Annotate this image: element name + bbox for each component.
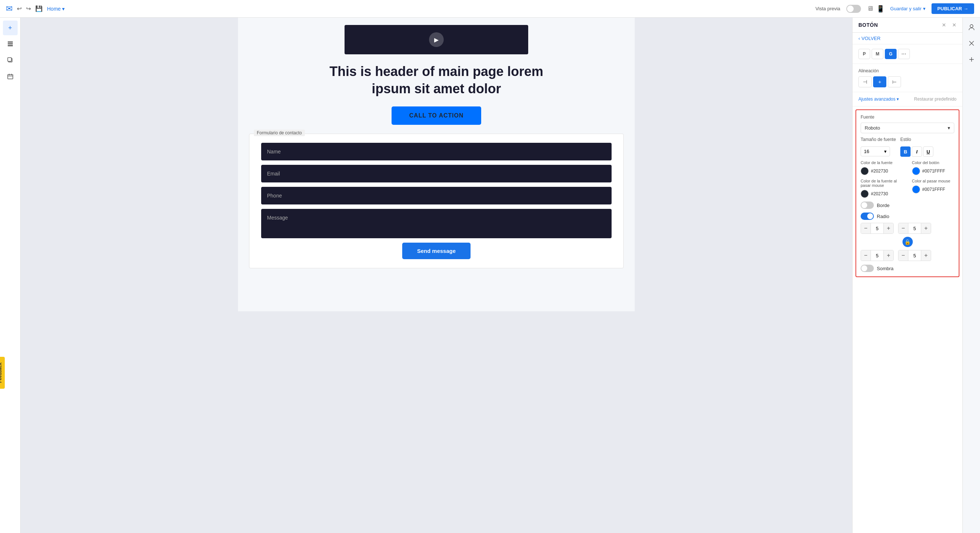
save-icon[interactable]: 💾 (35, 5, 43, 12)
style-buttons: B I U (900, 146, 933, 157)
video-section: ▶ (238, 17, 635, 54)
stepper-2-minus[interactable]: − (899, 223, 908, 234)
font-color-swatch-row: #202730 (861, 167, 903, 175)
back-chevron-icon: ‹ (858, 36, 860, 41)
size-tab-p[interactable]: P (858, 49, 870, 59)
send-btn-container: Send message (261, 243, 612, 259)
far-user-icon[interactable] (965, 21, 978, 34)
far-close-icon[interactable] (965, 37, 978, 50)
stepper-4-value: 5 (908, 250, 921, 261)
home-dropdown[interactable]: Home ▾ (47, 6, 65, 12)
vista-previa-toggle[interactable] (846, 5, 861, 13)
play-icon: ▶ (429, 32, 444, 47)
font-color-label: Color de la fuente (861, 160, 903, 165)
home-chevron-icon: ▾ (62, 6, 65, 12)
publicar-button[interactable]: PUBLICAR → (932, 3, 974, 14)
button-hover-swatch[interactable] (912, 186, 920, 194)
font-select[interactable]: Roboto ▾ (861, 122, 954, 133)
cta-container: CALL TO ACTION (238, 103, 635, 133)
header-text: This is header of main page lorem ipsum … (238, 54, 635, 103)
alignment-label: Alineación (858, 68, 956, 73)
button-color-swatch[interactable] (912, 167, 920, 175)
stepper-2: − 5 + (898, 223, 931, 234)
video-placeholder[interactable]: ▶ (345, 25, 528, 54)
panel-pin-icon[interactable]: ✕ (942, 22, 946, 28)
stepper-row-2: − 5 + − 5 + (861, 250, 954, 261)
send-button[interactable]: Send message (402, 243, 470, 259)
size-tab-m[interactable]: M (872, 49, 883, 59)
borde-toggle-row: Borde (861, 201, 954, 209)
stepper-row-1: − 5 + − 5 + (861, 223, 954, 234)
back-label: VOLVER (861, 36, 880, 41)
underline-button[interactable]: U (923, 146, 933, 157)
desktop-icon[interactable]: 🖥 (867, 5, 873, 13)
font-hover-swatch[interactable] (861, 190, 869, 198)
size-tabs: P M G ··· (858, 49, 956, 59)
panel-close-icon[interactable]: ✕ (952, 22, 956, 28)
sidebar-layers-button[interactable] (3, 37, 18, 51)
size-tab-g[interactable]: G (885, 49, 897, 59)
bold-button[interactable]: B (900, 146, 911, 157)
left-sidebar: + (0, 17, 21, 533)
message-field[interactable]: Message (261, 209, 612, 238)
borde-toggle[interactable] (861, 201, 874, 209)
borde-label: Borde (877, 203, 889, 208)
far-add-icon[interactable] (965, 53, 978, 66)
redo-icon[interactable]: ↪ (26, 5, 31, 12)
size-chevron-icon: ▾ (884, 149, 887, 154)
sidebar-add-button[interactable]: + (3, 21, 18, 35)
svg-rect-4 (8, 58, 11, 61)
restore-link[interactable]: Restaurar predefinido (914, 97, 956, 102)
panel-header-icons: ✕ ✕ (942, 22, 956, 28)
mobile-icon[interactable]: 📱 (877, 5, 885, 13)
far-right-panel (963, 17, 980, 533)
sombra-toggle[interactable] (861, 265, 874, 272)
phone-field[interactable]: Phone (261, 187, 612, 205)
device-icons: 🖥 📱 (867, 5, 885, 13)
align-right-button[interactable]: ⊢ (888, 76, 901, 87)
font-size-select[interactable]: 16 ▾ (861, 146, 890, 156)
sidebar-calendar-button[interactable] (3, 69, 18, 84)
sombra-label: Sombra (877, 266, 894, 271)
stepper-3-plus[interactable]: + (884, 250, 893, 261)
cta-button[interactable]: CALL TO ACTION (391, 106, 481, 125)
size-tab-more[interactable]: ··· (898, 49, 910, 59)
main-layout: + Feedback (0, 17, 980, 533)
align-left-button[interactable]: ⊣ (858, 76, 872, 87)
stepper-4-minus[interactable]: − (899, 250, 908, 261)
stepper-4-plus[interactable]: + (921, 250, 931, 261)
align-center-button[interactable]: + (873, 76, 886, 87)
stepper-3-value: 5 (870, 250, 884, 261)
stepper-3-minus[interactable]: − (861, 250, 870, 261)
font-hover-hex: #202730 (871, 191, 888, 197)
form-section-label: Formulario de contacto (254, 130, 305, 136)
svg-rect-1 (8, 43, 13, 44)
topbar-right: Vista previa 🖥 📱 Guardar y salir ▾ PUBLI… (815, 3, 974, 14)
advanced-settings-panel: Fuente Roboto ▾ Tamaño de fuente 16 ▾ Es… (856, 109, 959, 277)
stepper-1-plus[interactable]: + (884, 223, 893, 234)
button-hover-hex: #0071FFFF (922, 187, 945, 192)
topbar-left: ✉ ↩ ↪ 💾 Home ▾ (6, 4, 65, 14)
canvas-content: ▶ This is header of main page lorem ipsu… (238, 17, 635, 311)
lock-row: 🔒 (861, 237, 954, 247)
guardar-button[interactable]: Guardar y salir ▾ (890, 6, 926, 11)
radio-toggle[interactable] (861, 213, 874, 220)
stepper-2-plus[interactable]: + (921, 223, 931, 234)
form-inner: Name Email Phone Message Send message (250, 134, 623, 268)
advanced-link[interactable]: Ajustes avanzados ▾ (858, 97, 899, 102)
italic-button[interactable]: I (912, 146, 922, 157)
lock-icon[interactable]: 🔒 (902, 237, 913, 247)
panel-back-button[interactable]: ‹ VOLVER (853, 33, 963, 44)
radio-toggle-slider (861, 213, 874, 220)
font-style-group: Estilo B I U (900, 137, 933, 157)
sidebar-copy-button[interactable] (3, 53, 18, 68)
email-field[interactable]: Email (261, 165, 612, 182)
stepper-1: − 5 + (861, 223, 894, 234)
font-color-swatch[interactable] (861, 167, 869, 175)
stepper-3: − 5 + (861, 250, 894, 261)
undo-icon[interactable]: ↩ (17, 5, 22, 12)
name-field[interactable]: Name (261, 143, 612, 160)
stepper-1-minus[interactable]: − (861, 223, 870, 234)
canvas-area[interactable]: Feedback ▶ This is header of main page l… (21, 17, 852, 533)
radio-label: Radio (877, 214, 889, 219)
